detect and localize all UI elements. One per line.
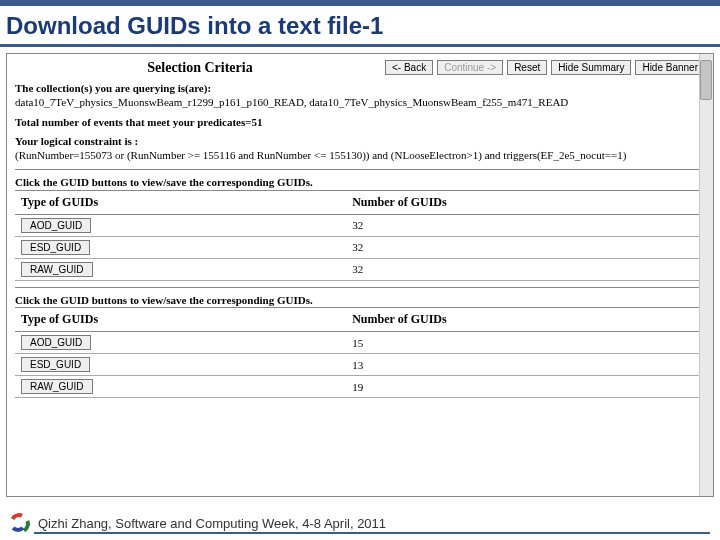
guid-count: 32 bbox=[346, 258, 705, 280]
scrollbar-thumb[interactable] bbox=[700, 60, 712, 100]
footer: Qizhi Zhang, Software and Computing Week… bbox=[0, 506, 720, 540]
guid-count: 13 bbox=[346, 354, 705, 376]
guid-type-button[interactable]: RAW_GUID bbox=[21, 262, 93, 277]
table-row: RAW_GUID 19 bbox=[15, 376, 705, 398]
back-button[interactable]: <- Back bbox=[385, 60, 433, 75]
hide-banner-button[interactable]: Hide Banner bbox=[635, 60, 705, 75]
col-number-header: Number of GUIDs bbox=[346, 308, 705, 332]
page-title: Download GUIDs into a text file-1 bbox=[6, 12, 710, 40]
guid-count: 19 bbox=[346, 376, 705, 398]
selection-criteria-heading: Selection Criteria bbox=[15, 60, 385, 76]
slide: Download GUIDs into a text file-1 Select… bbox=[0, 0, 720, 540]
constraint-label: Your logical constraint is : bbox=[15, 135, 138, 147]
guid-type-button[interactable]: ESD_GUID bbox=[21, 357, 90, 372]
click-hint-1: Click the GUID buttons to view/save the … bbox=[15, 176, 705, 190]
click-hint-2: Click the GUID buttons to view/save the … bbox=[15, 294, 705, 308]
hide-summary-button[interactable]: Hide Summary bbox=[551, 60, 631, 75]
table-row: ESD_GUID 32 bbox=[15, 236, 705, 258]
guid-type-button[interactable]: ESD_GUID bbox=[21, 240, 90, 255]
total-events-label: Total number of events that meet your pr… bbox=[15, 116, 705, 130]
guid-count: 32 bbox=[346, 214, 705, 236]
collections-block: The collection(s) you are querying is(ar… bbox=[15, 82, 705, 110]
logo-icon bbox=[10, 513, 30, 533]
collections-value: data10_7TeV_physics_MuonswBeam_r1299_p16… bbox=[15, 96, 568, 108]
embedded-screenshot: Selection Criteria <- Back Continue -> R… bbox=[6, 53, 714, 497]
guid-type-button[interactable]: AOD_GUID bbox=[21, 218, 91, 233]
table-row: AOD_GUID 15 bbox=[15, 332, 705, 354]
title-area: Download GUIDs into a text file-1 bbox=[0, 6, 720, 47]
col-type-header: Type of GUIDs bbox=[15, 190, 346, 214]
scrollbar[interactable] bbox=[699, 54, 713, 496]
collections-label: The collection(s) you are querying is(ar… bbox=[15, 82, 211, 94]
guid-type-button[interactable]: AOD_GUID bbox=[21, 335, 91, 350]
guid-table-2: Type of GUIDs Number of GUIDs AOD_GUID 1… bbox=[15, 307, 705, 398]
divider bbox=[15, 169, 705, 170]
footer-rule bbox=[34, 532, 710, 534]
guid-type-button[interactable]: RAW_GUID bbox=[21, 379, 93, 394]
guid-table-1: Type of GUIDs Number of GUIDs AOD_GUID 3… bbox=[15, 190, 705, 281]
table-row: AOD_GUID 32 bbox=[15, 214, 705, 236]
continue-button[interactable]: Continue -> bbox=[437, 60, 503, 75]
table-row: RAW_GUID 32 bbox=[15, 258, 705, 280]
constraint-block: Your logical constraint is : (RunNumber=… bbox=[15, 135, 705, 163]
col-type-header: Type of GUIDs bbox=[15, 308, 346, 332]
reset-button[interactable]: Reset bbox=[507, 60, 547, 75]
guid-count: 15 bbox=[346, 332, 705, 354]
divider bbox=[15, 287, 705, 288]
toolbar: <- Back Continue -> Reset Hide Summary H… bbox=[385, 60, 705, 75]
footer-text: Qizhi Zhang, Software and Computing Week… bbox=[38, 516, 386, 531]
table-row: ESD_GUID 13 bbox=[15, 354, 705, 376]
constraint-value: (RunNumber=155073 or (RunNumber >= 15511… bbox=[15, 149, 626, 161]
col-number-header: Number of GUIDs bbox=[346, 190, 705, 214]
guid-count: 32 bbox=[346, 236, 705, 258]
